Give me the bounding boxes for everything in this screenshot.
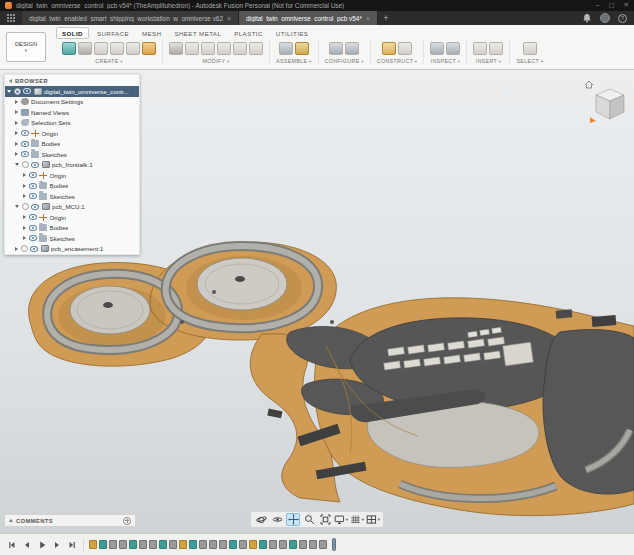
comments-bar[interactable]: COMMENTS — [4, 514, 136, 527]
visibility-eye-icon[interactable] — [29, 235, 37, 241]
nav-viewports-button[interactable] — [366, 513, 380, 526]
timeline-go-to-start-button[interactable] — [5, 538, 18, 551]
extrude-icon[interactable] — [149, 540, 157, 549]
construct-dropdown[interactable]: CONSTRUCT — [377, 58, 418, 64]
browser-node-bodies[interactable]: Bodies — [5, 223, 139, 234]
ribbon-tab-mesh[interactable]: MESH — [137, 28, 166, 38]
timeline-step-back-button[interactable] — [20, 538, 33, 551]
modify-dropdown[interactable]: MODIFY — [203, 58, 230, 64]
speaker-disc-left[interactable] — [70, 286, 150, 334]
offset-face-icon[interactable] — [233, 42, 247, 55]
extrude-icon[interactable] — [239, 540, 247, 549]
profile-avatar[interactable] — [600, 13, 610, 23]
activate-component-radio[interactable] — [22, 203, 29, 210]
new-tab-button[interactable]: + — [378, 11, 394, 25]
view-cube[interactable] — [582, 76, 628, 128]
expand-arrow-icon[interactable] — [15, 121, 18, 125]
sketch-icon[interactable] — [289, 540, 297, 549]
visibility-eye-icon[interactable] — [21, 130, 29, 136]
configure-dropdown[interactable]: CONFIGURE — [325, 58, 364, 64]
expand-arrow-icon[interactable] — [23, 226, 26, 230]
expand-arrow-icon[interactable] — [15, 110, 18, 114]
browser-node-document-settings[interactable]: Document Settings — [5, 97, 139, 108]
sketch-icon[interactable] — [62, 42, 76, 55]
browser-node-sketches[interactable]: Sketches — [5, 191, 139, 202]
ribbon-tab-plastic[interactable]: PLASTIC — [229, 28, 268, 38]
help-icon[interactable] — [618, 14, 627, 23]
tab-close-icon[interactable]: × — [227, 15, 231, 22]
split-body-icon[interactable] — [249, 42, 263, 55]
nav-zoom-button[interactable] — [302, 513, 316, 526]
expand-arrow-icon[interactable] — [15, 131, 18, 135]
timeline-position-marker[interactable] — [332, 538, 336, 551]
inspect-dropdown[interactable]: INSPECT — [431, 58, 461, 64]
component-icon[interactable] — [179, 540, 187, 549]
ribbon-tab-utilities[interactable]: UTILITIES — [271, 28, 313, 38]
visibility-eye-icon[interactable] — [31, 204, 39, 210]
visibility-eye-icon[interactable] — [29, 172, 37, 178]
browser-node-pcb-encasement-1[interactable]: pcb_encasement:1 — [5, 244, 139, 255]
visibility-eye-icon[interactable] — [21, 141, 29, 147]
activate-component-radio[interactable] — [14, 88, 21, 95]
extrude-icon[interactable] — [199, 540, 207, 549]
new-component-icon[interactable] — [279, 42, 293, 55]
expand-arrow-icon[interactable] — [23, 215, 26, 219]
expand-arrow-icon[interactable] — [23, 173, 26, 177]
browser-node-sketches[interactable]: Sketches — [5, 233, 139, 244]
ribbon-tab-surface[interactable]: SURFACE — [92, 28, 134, 38]
maximize-button[interactable]: ▢ — [608, 2, 614, 9]
visibility-eye-icon[interactable] — [21, 151, 29, 157]
extrude-icon[interactable] — [169, 540, 177, 549]
visibility-eye-icon[interactable] — [29, 214, 37, 220]
extrude-icon[interactable] — [309, 540, 317, 549]
select-icon[interactable] — [523, 42, 537, 55]
construction-axis-icon[interactable] — [398, 42, 412, 55]
document-tab-workstation[interactable]: digital_twin_enabled_smart_shipping_work… — [22, 11, 239, 25]
joint-icon[interactable] — [295, 42, 309, 55]
insert-dropdown[interactable]: INSERT — [476, 58, 502, 64]
sketch-icon[interactable] — [229, 540, 237, 549]
sketch-icon[interactable] — [159, 540, 167, 549]
nav-fit-button[interactable] — [318, 513, 332, 526]
collapse-panel-icon[interactable] — [9, 79, 12, 83]
visibility-eye-icon[interactable] — [29, 225, 37, 231]
component-plate[interactable] — [503, 342, 534, 366]
browser-node-digital-twin-omniverse-contr-[interactable]: digital_twin_omniverse_contr... — [5, 86, 139, 97]
visibility-eye-icon[interactable] — [31, 162, 39, 168]
extrude-icon[interactable] — [219, 540, 227, 549]
component-bit-2[interactable] — [556, 309, 573, 318]
measure-icon[interactable] — [430, 42, 444, 55]
expand-arrow-icon[interactable] — [15, 142, 18, 146]
ribbon-tab-sheet-metal[interactable]: SHEET METAL — [169, 28, 226, 38]
visibility-eye-icon[interactable] — [23, 88, 31, 94]
expand-arrow-icon[interactable] — [15, 205, 19, 208]
expand-arrow-icon[interactable] — [23, 184, 26, 188]
expand-arrow-icon[interactable] — [23, 236, 26, 240]
insert-mesh-icon[interactable] — [489, 42, 503, 55]
data-panel-toggle-icon[interactable] — [6, 13, 16, 23]
press-pull-icon[interactable] — [169, 42, 183, 55]
component-icon[interactable] — [89, 540, 97, 549]
extrude-icon[interactable] — [279, 540, 287, 549]
close-button[interactable]: ✕ — [624, 2, 629, 9]
nav-orbit-button[interactable] — [254, 513, 268, 526]
sketch-icon[interactable] — [129, 540, 137, 549]
extrude-icon[interactable] — [299, 540, 307, 549]
home-icon[interactable] — [585, 81, 593, 88]
section-analysis-icon[interactable] — [446, 42, 460, 55]
extrude-icon[interactable] — [78, 42, 92, 55]
nav-grid-display-button[interactable] — [350, 513, 364, 526]
sweep-icon[interactable] — [110, 42, 124, 55]
combine-icon[interactable] — [217, 42, 231, 55]
component-bit-1[interactable] — [592, 315, 617, 327]
workspace-selector[interactable]: DESIGN — [6, 32, 46, 62]
select-dropdown[interactable]: SELECT — [516, 58, 543, 64]
expand-arrow-icon[interactable] — [15, 152, 18, 156]
minimize-button[interactable]: – — [596, 2, 600, 9]
expand-arrow-icon[interactable] — [23, 194, 26, 198]
browser-node-origin[interactable]: Origin — [5, 128, 139, 139]
extrude-icon[interactable] — [319, 540, 327, 549]
extrude-icon[interactable] — [109, 540, 117, 549]
form-icon[interactable] — [142, 42, 156, 55]
expand-arrow-icon[interactable] — [15, 247, 18, 251]
